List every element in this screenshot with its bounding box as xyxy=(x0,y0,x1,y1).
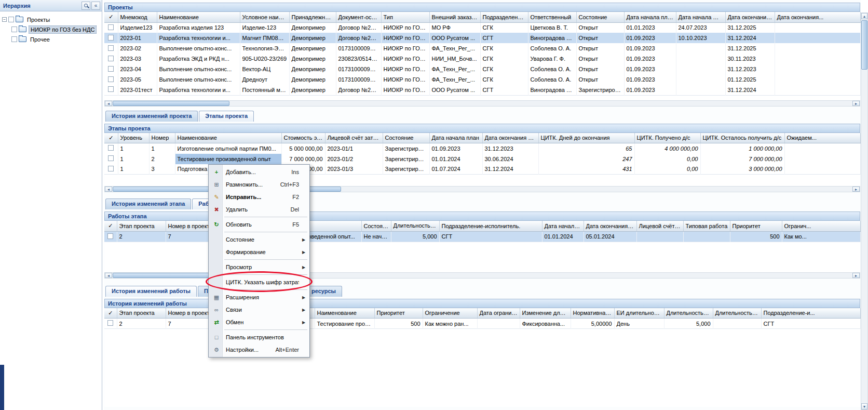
tree-item[interactable]: −Проекты xyxy=(2,15,100,24)
cell[interactable]: 017310000922... xyxy=(336,64,381,74)
cell[interactable] xyxy=(784,164,860,175)
cell[interactable]: Тестирование произве... xyxy=(315,319,374,329)
tab[interactable]: Этапы проекта xyxy=(199,111,254,122)
cell[interactable]: День xyxy=(614,319,664,329)
cell[interactable]: Соболева О. А. xyxy=(528,43,576,54)
column-header[interactable]: Дата начала план. xyxy=(542,221,584,231)
cell[interactable]: 431 xyxy=(538,164,634,175)
cell[interactable]: ФА_Техн_Рег_... xyxy=(429,74,480,85)
tree-item-label[interactable]: Проекты xyxy=(25,16,51,23)
cell[interactable]: Открыт xyxy=(576,74,624,85)
cell[interactable]: Тестирование произведенной опыт xyxy=(175,154,281,164)
column-header[interactable]: Лицевой счёт затрат xyxy=(325,133,383,143)
cell[interactable]: НИОКР по ГОЗ ... xyxy=(381,22,429,33)
checkbox[interactable] xyxy=(108,145,114,151)
scroll-left-arrow-icon[interactable]: ◂ xyxy=(105,187,112,192)
cell[interactable]: Договор №202... xyxy=(336,85,381,95)
cell[interactable]: Открыт xyxy=(576,33,624,43)
cell[interactable]: 31.12.2024 xyxy=(725,85,775,95)
cell[interactable] xyxy=(775,64,860,74)
column-header[interactable]: Подразделение-от... xyxy=(480,12,528,22)
row-checkbox[interactable] xyxy=(104,33,118,43)
row-checkbox[interactable] xyxy=(104,74,118,85)
menu-item[interactable]: ЦИТК. Указать шифр затрат... xyxy=(210,276,308,288)
cell[interactable]: 230823/0514/136 xyxy=(336,54,381,64)
column-header[interactable]: Уровень xyxy=(118,133,149,143)
cell[interactable]: 01.09.2023 xyxy=(624,43,676,54)
table-row[interactable]: 11Изготовление опытной партии ПМ0...5 00… xyxy=(104,143,860,154)
menu-item[interactable]: ↻ОбновитьF5 xyxy=(210,218,308,231)
scroll-right-arrow-icon[interactable]: ▸ xyxy=(852,101,860,106)
tree-checkbox[interactable] xyxy=(11,36,17,42)
cell[interactable]: 1 xyxy=(149,143,175,154)
cell[interactable]: Постоянный маг... xyxy=(240,85,289,95)
cell[interactable]: 2 xyxy=(117,231,166,242)
scroll-thumb[interactable] xyxy=(861,20,867,70)
table-row[interactable]: 12Тестирование произведенной опыт7 000 0… xyxy=(104,154,860,164)
column-header[interactable]: Ожидаем... xyxy=(784,133,860,143)
table-row[interactable]: 2023-05Выполнение опытно-конс...Дредноут… xyxy=(104,74,860,85)
column-header[interactable]: Ответственный xyxy=(528,12,576,22)
checkbox[interactable] xyxy=(108,86,114,92)
cell[interactable]: Как можно ран... xyxy=(423,319,477,329)
cell[interactable]: НИИ_НМ_Бочв... xyxy=(429,54,480,64)
cell[interactable]: Виноградова А... xyxy=(528,33,576,43)
cell[interactable]: Демопример xyxy=(289,43,336,54)
cell[interactable]: 2023-04 xyxy=(118,64,157,74)
cell[interactable]: 017310000922... xyxy=(336,74,381,85)
menu-item[interactable]: ∞Связи▶ xyxy=(210,303,308,316)
cell[interactable]: 2023-01/1 xyxy=(325,143,383,154)
cell[interactable] xyxy=(775,22,860,33)
row-checkbox[interactable] xyxy=(104,231,117,242)
cell[interactable]: Зарегистрирован xyxy=(383,164,429,175)
column-header[interactable]: Принадлежность xyxy=(289,12,336,22)
projects-hscrollbar[interactable]: ◂ ▸ xyxy=(104,100,860,107)
cell[interactable]: Цветкова В. Т. xyxy=(528,22,576,33)
cell[interactable]: Открыт xyxy=(576,64,624,74)
cell[interactable]: Выполнение опытно-конс... xyxy=(157,43,240,54)
column-header[interactable]: Номер xyxy=(149,133,175,143)
tree-item[interactable]: НИОКР по ГОЗ без НДС xyxy=(2,24,100,34)
cell[interactable]: Демопример xyxy=(289,64,336,74)
cell[interactable]: НИОКР по ГОЗ ... xyxy=(381,64,429,74)
scroll-right-arrow-icon[interactable]: ▸ xyxy=(852,273,860,278)
tree-item-label[interactable]: НИОКР по ГОЗ без НДС xyxy=(29,25,97,34)
cell[interactable]: 4 000 000,00 xyxy=(634,143,700,154)
cell[interactable]: СГК xyxy=(480,22,528,33)
tree-item-label[interactable]: Прочее xyxy=(29,36,51,43)
cell[interactable]: СГК xyxy=(480,74,528,85)
cell[interactable]: 905-U020-23/269 xyxy=(240,54,289,64)
cell[interactable]: НИОКР по ГОЗ ... xyxy=(381,85,429,95)
column-header[interactable]: Документ-основан... xyxy=(336,12,381,22)
column-header[interactable]: Дата окончания план xyxy=(482,133,538,143)
cell[interactable]: 05.01.2024 xyxy=(584,231,636,242)
cell[interactable]: Как мо... xyxy=(782,231,860,242)
checkbox[interactable] xyxy=(108,155,114,161)
cell[interactable]: СГТ xyxy=(439,231,542,242)
cell[interactable] xyxy=(775,85,860,95)
cell[interactable]: Фиксированна... xyxy=(520,319,571,329)
scroll-up-arrow-icon[interactable]: ▴ xyxy=(861,13,867,19)
cell[interactable]: 2023-01/2 xyxy=(325,154,383,164)
cell[interactable]: СГТ xyxy=(761,319,860,329)
column-header[interactable]: Наименование xyxy=(315,308,374,319)
cell[interactable]: Разработка технологии и... xyxy=(157,85,240,95)
cell[interactable]: Разработка ЭКД и РКД н... xyxy=(157,54,240,64)
cell[interactable]: Зарегистрирован xyxy=(576,85,624,95)
cell[interactable] xyxy=(775,43,860,54)
cell[interactable]: 2023-01тест xyxy=(118,85,157,95)
column-header[interactable]: Внешний заказчик xyxy=(429,12,480,22)
table-row[interactable]: 2023-04Выполнение опытно-конс...Вектор-А… xyxy=(104,64,860,74)
cell[interactable]: МО РФ xyxy=(429,22,480,33)
cell[interactable]: 31.12.2023 xyxy=(482,143,538,154)
cell[interactable]: СГТ xyxy=(480,33,528,43)
cell[interactable]: 01.01.2024 xyxy=(429,154,482,164)
cell[interactable]: ООО Русатом ... xyxy=(429,33,480,43)
column-header[interactable]: Дата окончания... xyxy=(775,12,860,22)
cell[interactable] xyxy=(775,54,860,64)
cell[interactable]: Зарегистрирован xyxy=(383,154,429,164)
column-header[interactable]: Длительность фак... xyxy=(713,308,761,319)
checkbox[interactable] xyxy=(108,66,114,72)
menu-item[interactable]: □Панель инструментов xyxy=(210,331,308,343)
row-checkbox[interactable] xyxy=(104,164,118,175)
